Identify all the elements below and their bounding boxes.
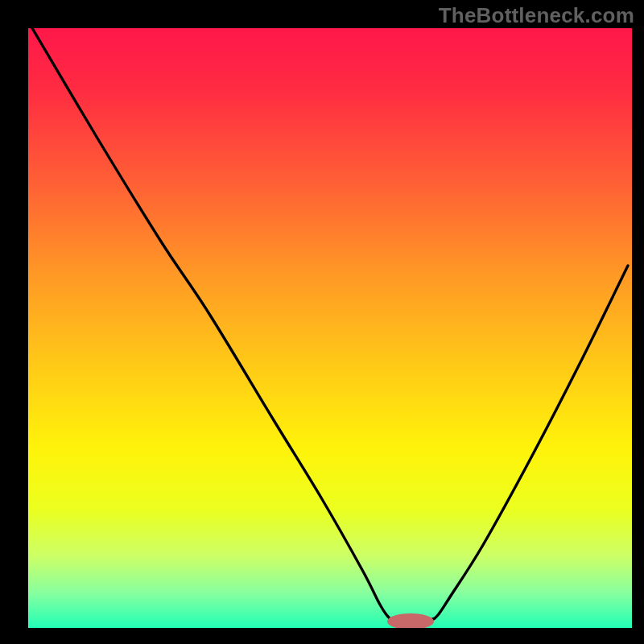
bottleneck-chart: [0, 0, 644, 644]
chart-frame: TheBottleneck.com: [0, 0, 644, 644]
optimum-marker: [388, 614, 433, 629]
watermark-text: TheBottleneck.com: [439, 3, 634, 28]
gradient-background: [28, 28, 632, 628]
